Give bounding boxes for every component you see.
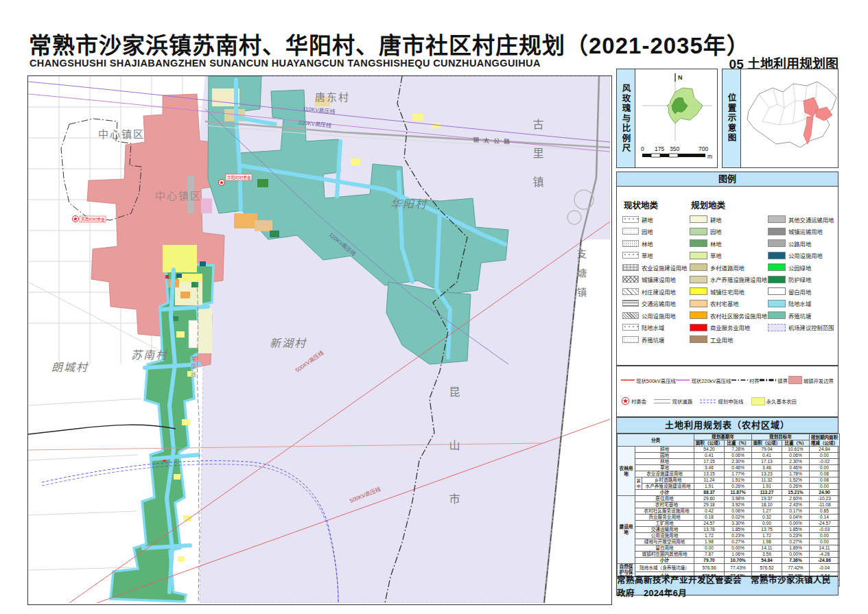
value-cell: 29.60 [694,496,725,502]
legend-item: 机场建议控制范围 [768,322,836,334]
legend-item-label: 商业服务业用地 [710,323,750,331]
legend-item-label: 公路用地 [788,239,811,248]
line-legend-label: 规划申张线 [718,397,743,405]
legend-planned-heading: 规划地类 [691,198,725,211]
legend-item: 农村宅基地 [690,298,766,310]
legend-item: 乡村道路用地 [690,261,766,274]
value-cell: 0.06% [782,453,810,459]
value-cell: 1.89% [782,545,810,552]
legend-swatch [690,228,707,235]
star-symbol [621,397,630,405]
group-label: 建设用地 [618,496,635,564]
table-row: 小计79.7010.70%54.847.36%-24.86 [618,558,840,564]
value-cell: 10.61% [782,447,810,453]
north-label: N [678,74,683,81]
value-cell: 77.43% [725,564,752,572]
value-cell: 0.85 [810,508,840,515]
value-cell: 79.04 [752,447,782,453]
table-row: 园地0.410.06%0.410.06%0.00 [618,453,840,459]
legend-planned-list-1: 耕地园地林地草地乡村道路用地水产养殖设施建设用地城镇住宅用地农村宅基地农村社区服… [690,213,766,346]
line-legend-item: 现状500kV高压线 [621,377,676,384]
table-row: 绿地与开敞空间用地1.980.27%1.980.27%0.00 [618,539,840,545]
line-legend-item: 规划申张线 [700,397,743,405]
value-cell: -11.08 [810,502,840,508]
value-cell: 19.37 [752,496,782,502]
table-row: 农村社区服务设施用地0.420.06%1.270.17%0.85 [618,508,840,515]
legend-swatch [768,215,786,223]
legend-item: 防护绿地 [768,274,836,286]
road-symbol [654,398,670,405]
table-row: 城镇村庄圈内其他用地7.871.06%3.590.00%-4.28 [618,552,840,558]
line-legend-label: 现状500kV高压线 [636,377,676,384]
line-legend-item: 现状道路 [654,397,692,405]
location-map-svg [742,70,838,167]
red-line-symbol [621,377,635,383]
value-cell: 0.26% [725,484,752,490]
footer-text: 常熟高新技术产业开发区管委会 常熟市沙家浜镇人民政府 2024年6月 [617,573,838,599]
line-legend-item: 村委会 [621,397,646,405]
legend-item: 公用设施用地 [768,250,836,262]
table-row: 林地17.152.30%17.132.30%-0.02 [618,459,840,465]
legend-swatch [622,228,639,235]
legend-item: 草地 [622,250,688,262]
table-row: 建设用地居住用地29.603.98%19.372.60%-10.23 [618,496,840,502]
legend-swatch [768,228,786,235]
value-cell: 0.02% [725,515,752,521]
legend-item: 耕地 [690,213,766,226]
legend-item-label: 城镇住宅用地 [710,287,744,296]
line-legend-label: 城镇开发边界 [804,377,834,384]
legend-item-label: 水产养殖设施建设用地 [710,275,767,283]
legend-item: 公用设施用地 [622,309,688,322]
value-cell: 0.27% [725,539,752,545]
value-cell: 24.84 [810,447,840,453]
value-cell: 17.15 [694,459,725,465]
row-label: 工矿用地 [635,521,694,527]
value-cell: 7.36% [782,558,810,564]
legend-swatch [622,276,639,283]
line-legend-label: 现状道路 [672,397,692,405]
legend-item-label: 公园绿地 [788,263,811,272]
value-cell: 0.14 [810,515,840,521]
legend-item: 农村社区服务设施用地 [690,309,766,322]
location-panel-label: 位置示意图 [725,93,738,143]
value-cell: 0.00% [725,545,752,552]
committee-label: 华阳村村委会 [227,175,251,180]
legend-item: 交通运输用地 [622,298,688,310]
scale-bar: 0 175 350 700 m [641,145,712,160]
legend-swatch [690,300,707,307]
legend-item: 水产养殖设施建设用地 [690,274,766,286]
value-cell: 0.23% [725,533,752,539]
header-area: 面积（公顷） [694,440,725,447]
table-header-row: 分类规划基期年规划目标年规划期内面积增减（公顷） [618,434,840,440]
line-legend-item: 现状220kV高压线 [676,377,731,384]
legend-swatch [690,287,707,295]
line-legend-item: 城镇开发边界 [788,376,834,384]
windrose-panel: 风玫瑰与比例尺 N 0 175 350 700 m [616,69,718,168]
legend-item: 工业用地 [690,333,766,346]
legend-item-label: 其他交通运输用地 [788,215,834,224]
legend-item: 陆地水域 [768,298,836,310]
table-row: 农林用地耕地54.207.28%79.0410.61%24.84 [618,447,840,453]
line-legend-item: 永久基本农田 [751,397,797,405]
line-legend-label: 现状220kV高压线 [691,377,731,384]
value-cell: 13.23 [752,471,782,477]
value-cell: 1.85% [782,527,810,533]
value-cell: 1.72 [752,533,782,539]
legend-title: 图例 [617,172,838,187]
value-cell: 3.59 [752,552,782,558]
value-cell: 576.52 [752,564,782,572]
line-legend-label: 村委会 [631,397,646,405]
blue-dashed-symbol [700,398,716,405]
value-cell: -24.86 [810,558,840,564]
legend-item: 城镇运输用地 [768,226,836,238]
header-target-year: 规划目标年 [752,434,810,440]
value-cell: 0.00 [752,521,782,527]
legend-item-label: 公用设施用地 [788,251,823,259]
legend-item-label: 园地 [710,227,722,235]
value-cell: 88.37 [694,490,725,496]
value-cell: 14.11 [752,545,782,552]
legend-current-list: 耕地园地林地草地农业设施建设用地城镇建设用地村庄建设用地交通运输用地公用设施用地… [622,213,688,346]
legend-swatch [690,276,707,283]
table-row: 公用设施用地1.720.23%1.720.23%0.00 [618,533,840,539]
legend-swatch [690,239,707,247]
